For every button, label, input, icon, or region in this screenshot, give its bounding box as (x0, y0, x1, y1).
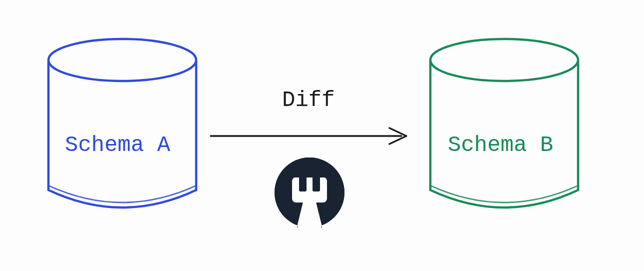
svg-rect-10 (299, 174, 307, 180)
schema-diff-diagram: Schema A Diff (0, 0, 644, 271)
svg-rect-7 (292, 178, 327, 202)
svg-rect-11 (313, 174, 320, 180)
cylinder-left-icon (42, 35, 202, 225)
bytebase-logo-icon (270, 152, 349, 232)
cylinder-right-label: Schema B (448, 132, 553, 158)
arrow-icon (210, 126, 409, 146)
cylinder-left-label: Schema A (65, 132, 170, 158)
svg-point-12 (430, 39, 578, 81)
svg-point-0 (48, 39, 196, 81)
svg-rect-6 (292, 172, 327, 178)
arrow-label: Diff (282, 88, 335, 112)
cylinder-right-icon (424, 35, 584, 225)
